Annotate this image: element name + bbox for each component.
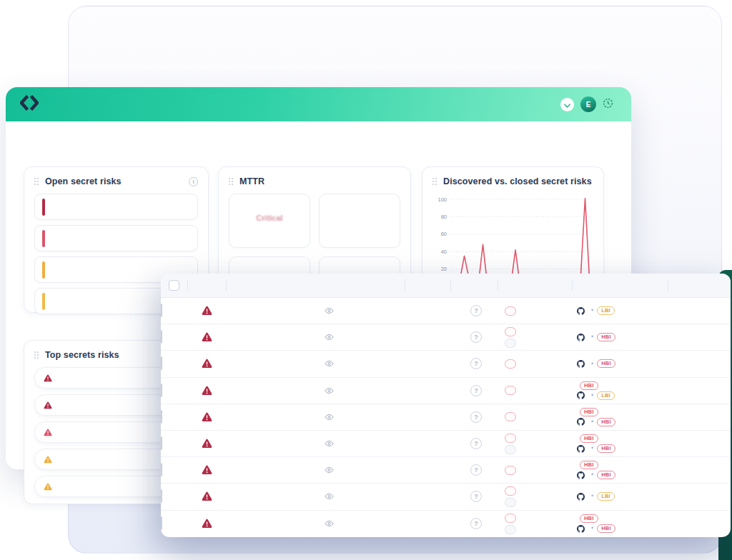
business-impact-badge: HBI	[580, 434, 598, 443]
row-checkbox[interactable]	[161, 410, 162, 424]
row-select-cell	[161, 490, 187, 503]
svg-text:40: 40	[441, 249, 447, 255]
github-icon	[577, 525, 585, 533]
github-icon	[577, 391, 585, 399]
column-header-validity[interactable]	[450, 280, 498, 291]
page-background: E Open secret risks i	[0, 0, 732, 560]
dot-separator: •	[591, 392, 593, 399]
severity-bar	[42, 199, 45, 216]
column-header-platform[interactable]	[405, 280, 450, 291]
eye-icon	[325, 334, 334, 341]
eye-icon	[325, 466, 334, 474]
card-title: Top secrets risks	[45, 350, 119, 360]
validity-cell: ?	[450, 385, 498, 396]
drag-handle-icon[interactable]	[229, 178, 234, 186]
risk-cell	[187, 439, 226, 449]
table-body: ? •LBI ? •HBI ? •HBI	[161, 298, 731, 537]
validity-unknown-icon: ?	[470, 491, 482, 502]
insights-cell	[498, 514, 572, 534]
row-select-cell	[161, 517, 187, 530]
risk-cell	[187, 306, 226, 316]
row-checkbox[interactable]	[161, 356, 162, 370]
history-clock-button[interactable]	[603, 98, 613, 111]
application-repository-cell: HBI•HBI	[572, 408, 668, 426]
table-row[interactable]: ? •LBI	[161, 484, 731, 510]
application-repository-cell: HBI•HBI	[572, 514, 668, 533]
row-checkbox[interactable]	[161, 463, 162, 476]
warning-triangle-icon	[202, 519, 212, 529]
table-row[interactable]: ? HBI•HBI	[161, 511, 731, 537]
svg-text:100: 100	[437, 196, 447, 203]
mttr-tile-critical[interactable]: Critical	[229, 194, 310, 248]
validity-cell: ?	[450, 411, 498, 423]
warning-triangle-icon	[44, 456, 52, 464]
business-impact-badge: HBI	[597, 524, 615, 533]
column-header-application-repository[interactable]	[572, 280, 668, 291]
row-checkbox[interactable]	[161, 489, 162, 503]
row-checkbox[interactable]	[161, 304, 162, 317]
business-impact-badge: HBI	[580, 461, 598, 469]
dot-separator: •	[591, 334, 593, 341]
row-checkbox[interactable]	[161, 516, 162, 530]
header-dropdown-button[interactable]	[560, 98, 574, 111]
svg-text:80: 80	[441, 214, 447, 220]
insight-pill	[505, 525, 516, 534]
risk-cell	[187, 359, 226, 369]
insight-pill	[505, 386, 516, 395]
dot-separator: •	[591, 493, 593, 500]
dot-separator: •	[591, 419, 593, 426]
validity-unknown-icon: ?	[470, 385, 482, 396]
row-select-cell	[161, 464, 187, 476]
table-header-row	[161, 274, 731, 298]
mttr-tile-high[interactable]	[319, 194, 400, 248]
insights-cell	[498, 359, 572, 369]
warning-triangle-icon	[44, 429, 52, 436]
risk-stat-high[interactable]	[34, 225, 198, 251]
secrets-table-window: ? •LBI ? •HBI ? •HBI	[161, 274, 731, 537]
column-header-discovered-on[interactable]	[668, 280, 731, 291]
business-impact-badge: LBI	[597, 492, 615, 501]
select-all-checkbox[interactable]	[169, 280, 179, 291]
column-header-risk[interactable]	[187, 280, 226, 291]
insight-pill	[505, 306, 516, 316]
component-cell	[226, 334, 405, 341]
eye-icon	[325, 520, 334, 527]
table-row[interactable]: ? •LBI	[161, 298, 731, 324]
drag-handle-icon[interactable]	[432, 178, 437, 186]
row-select-cell	[161, 304, 187, 317]
validity-unknown-icon: ?	[470, 331, 482, 343]
component-cell	[226, 440, 405, 447]
insights-cell	[498, 306, 572, 316]
table-row[interactable]: ? HBI•HBI	[161, 431, 731, 457]
drag-handle-icon[interactable]	[34, 178, 39, 186]
application-repository-cell: •HBI	[572, 359, 668, 368]
warning-triangle-icon	[202, 359, 212, 369]
github-icon	[577, 471, 585, 479]
drag-handle-icon[interactable]	[34, 351, 39, 359]
validity-unknown-icon: ?	[470, 518, 482, 529]
row-checkbox[interactable]	[161, 330, 162, 344]
application-repository-cell: HBI•LBI	[572, 381, 668, 400]
card-title: Open secret risks	[45, 176, 122, 186]
table-row[interactable]: ? HBI•HBI	[161, 457, 731, 484]
select-all-cell	[161, 280, 187, 291]
user-avatar[interactable]: E	[580, 96, 596, 112]
card-title: Discovered vs. closed secret risks	[443, 176, 592, 186]
column-header-component[interactable]	[226, 280, 405, 291]
insights-cell	[498, 386, 572, 395]
warning-triangle-icon	[202, 439, 212, 449]
business-impact-badge: LBI	[597, 306, 615, 315]
row-checkbox[interactable]	[161, 436, 162, 450]
component-cell	[226, 414, 405, 421]
severity-bar	[42, 261, 45, 279]
table-row[interactable]: ? HBI•LBI	[161, 378, 731, 404]
row-checkbox[interactable]	[161, 384, 162, 397]
table-row[interactable]: ? •HBI	[161, 324, 731, 351]
table-row[interactable]: ? •HBI	[161, 351, 731, 377]
brand-logo-icon	[20, 95, 39, 114]
info-icon[interactable]: i	[189, 177, 198, 186]
table-row[interactable]: ? HBI•HBI	[161, 404, 731, 431]
column-header-insights[interactable]	[498, 280, 572, 291]
risk-stat-critical[interactable]	[34, 194, 198, 220]
component-cell	[226, 307, 405, 314]
